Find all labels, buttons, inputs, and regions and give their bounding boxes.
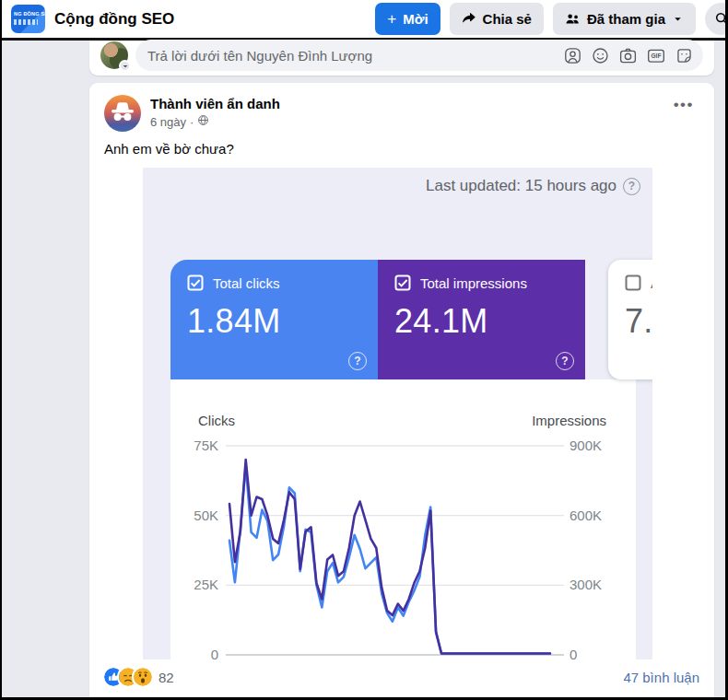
chevron-down-icon [119, 60, 131, 72]
post-time[interactable]: 6 ngày [150, 115, 186, 129]
privacy-globe-icon [197, 114, 209, 129]
plus-icon: + [387, 10, 396, 29]
joined-button[interactable]: Đã tham gia [553, 3, 696, 35]
help-icon: ? [623, 178, 640, 195]
group-title: Cộng đồng SEO [54, 10, 174, 29]
checkbox-checked-icon [394, 274, 411, 291]
average-ctr-label: A [651, 275, 652, 291]
total-impressions-card[interactable]: Total impressions 24.1M ? [378, 260, 585, 379]
average-ctr-value: 7. [625, 302, 652, 341]
post-image[interactable]: Last updated: 15 hours ago ? Clicks Impr… [143, 168, 652, 659]
invite-button[interactable]: + Mời [375, 3, 440, 35]
post-author[interactable]: Thành viên ẩn danh [150, 95, 659, 112]
facebook-group-page: NG ĐỒNG SE Cộng đồng SEO + Mời Chia sẻ Đ… [0, 0, 728, 700]
post-card: Thành viên ẩn danh 6 ngày · ••• Anh em v… [89, 83, 714, 697]
svg-text:GIF: GIF [652, 52, 662, 59]
help-icon: ? [556, 352, 574, 370]
group-header: NG ĐỒNG SE Cộng đồng SEO + Mời Chia sẻ Đ… [2, 0, 725, 38]
emoji-icon[interactable] [591, 46, 610, 65]
total-clicks-label: Total clicks [213, 275, 280, 291]
group-members-icon [565, 11, 581, 27]
comment-composer-card: Trả lời dưới tên Nguyên Đình Lượng GIF [89, 41, 714, 76]
share-button[interactable]: Chia sẻ [450, 3, 544, 35]
group-logo[interactable]: NG ĐỒNG SE [11, 5, 45, 33]
help-icon: ? [348, 352, 367, 370]
sticker-icon[interactable] [675, 46, 694, 65]
average-ctr-card[interactable]: A 7. [608, 260, 652, 379]
total-clicks-value: 1.84M [187, 302, 378, 341]
group-logo-text: NG ĐỒNG SE [14, 11, 45, 17]
last-updated: Last updated: 15 hours ago ? [426, 177, 640, 195]
gsc-chart-panel: Clicks Impressions 75K50K25K0 900K600K30… [170, 379, 636, 659]
comment-count-link[interactable]: 47 bình luận [623, 670, 699, 685]
invite-button-label: Mời [403, 11, 428, 27]
total-impressions-label: Total impressions [420, 275, 527, 291]
reaction-count: 82 [159, 670, 174, 685]
composer-avatar[interactable] [100, 41, 128, 69]
checkbox-checked-icon [187, 274, 204, 291]
share-button-label: Chia sẻ [483, 11, 532, 27]
share-arrow-icon [462, 12, 476, 27]
anonymous-avatar[interactable] [104, 95, 141, 132]
wow-reaction-icon [134, 668, 152, 686]
joined-button-label: Đã tham gia [587, 11, 665, 27]
reply-input[interactable]: Trả lời dưới tên Nguyên Đình Lượng GIF [135, 40, 703, 71]
performance-chart [170, 379, 636, 659]
avatar-sticker-icon[interactable] [563, 46, 582, 65]
search-button[interactable] [705, 3, 725, 35]
total-impressions-value: 24.1M [394, 302, 585, 341]
meta-separator: · [190, 115, 194, 129]
post-text: Anh em về bờ chưa? [89, 137, 714, 168]
total-clicks-card[interactable]: Total clicks 1.84M ? [170, 260, 378, 379]
post-menu-button[interactable]: ••• [668, 95, 699, 115]
gif-icon[interactable]: GIF [646, 46, 666, 65]
camera-icon[interactable] [618, 46, 638, 65]
incognito-icon [104, 95, 141, 132]
reaction-summary[interactable]: 82 [104, 668, 174, 686]
checkbox-unchecked-icon [625, 274, 641, 291]
reply-placeholder: Trả lời dưới tên Nguyên Đình Lượng [147, 48, 563, 64]
search-icon [714, 11, 726, 27]
chart-line-clicks [229, 465, 550, 653]
chevron-down-icon [672, 13, 684, 25]
